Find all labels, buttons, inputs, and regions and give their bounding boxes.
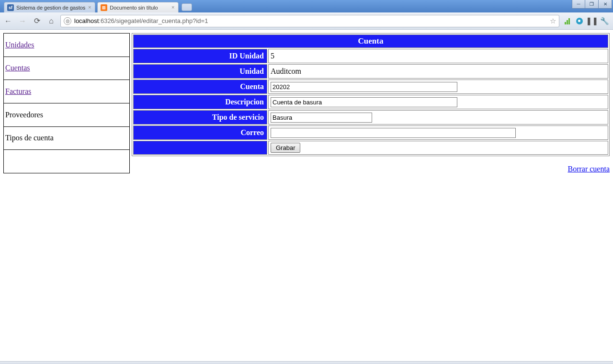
tab-strip: sf Sistema de gestion de gastos × ⊞ Docu…: [0, 0, 613, 12]
tab-title: Documento sin título: [110, 5, 158, 11]
value-unidad: Auditcom: [268, 64, 608, 79]
label-correo: Correo: [133, 125, 267, 140]
globe-icon: ◍: [64, 17, 71, 25]
favicon-icon: sf: [7, 4, 14, 11]
url-host: localhost: [74, 17, 99, 24]
settings-wrench-icon[interactable]: 🔧: [601, 17, 608, 25]
extension-sound-icon[interactable]: ❚❚: [588, 17, 596, 25]
form-header: Cuenta: [133, 34, 608, 48]
correo-input[interactable]: [271, 128, 516, 138]
sidebar-link[interactable]: Cuentas: [5, 64, 30, 72]
tipo-servicio-input[interactable]: [271, 113, 372, 123]
bookmark-star-icon[interactable]: ☆: [550, 17, 556, 25]
favicon-icon: ⊞: [101, 4, 107, 11]
url-path: :6326/sigegatel/editar_cuenta.php?id=1: [99, 17, 208, 24]
sidebar-label: Tipos de cuenta: [5, 134, 54, 142]
cuenta-form-table: Cuenta ID Unidad 5 Unidad Auditcom Cuent…: [132, 33, 610, 156]
sidebar-item-cuentas[interactable]: Cuentas: [4, 57, 130, 80]
cuenta-input[interactable]: [271, 82, 457, 92]
window-maximize-button[interactable]: ❐: [585, 0, 599, 9]
label-descripcion: Descripcion: [133, 95, 267, 109]
browser-toolbar: ← → ⟳ ⌂ ◍ localhost:6326/sigegatel/edita…: [0, 12, 613, 30]
sidebar-item-facturas[interactable]: Facturas: [4, 80, 130, 103]
sidebar-label: Proveedores: [5, 111, 43, 119]
forward-button[interactable]: →: [17, 16, 28, 26]
sidebar-item-unidades[interactable]: Unidades: [4, 34, 130, 57]
sidebar-item-proveedores[interactable]: Proveedores: [4, 103, 130, 126]
address-bar[interactable]: ◍ localhost:6326/sigegatel/editar_cuenta…: [60, 15, 559, 27]
label-id-unidad: ID Unidad: [133, 49, 267, 63]
sidebar-nav: Unidades Cuentas Facturas Proveedores Ti…: [3, 33, 130, 173]
extension-bars-icon[interactable]: [563, 17, 571, 25]
window-close-button[interactable]: ✕: [599, 0, 612, 9]
back-button[interactable]: ←: [3, 16, 13, 26]
close-tab-icon[interactable]: ×: [87, 4, 92, 10]
browser-tab-2[interactable]: ⊞ Documento sin título ×: [97, 2, 179, 12]
label-cuenta: Cuenta: [133, 80, 267, 94]
window-minimize-button[interactable]: ─: [572, 0, 585, 9]
home-button[interactable]: ⌂: [46, 16, 57, 26]
tab-title: Sistema de gestion de gastos: [16, 5, 85, 11]
browser-tab-1[interactable]: sf Sistema de gestion de gastos ×: [4, 2, 95, 12]
sidebar-link[interactable]: Facturas: [5, 87, 31, 95]
reload-button[interactable]: ⟳: [32, 16, 42, 26]
label-unidad: Unidad: [133, 64, 267, 79]
borrar-cuenta-link[interactable]: Borrar cuenta: [568, 165, 610, 173]
grabar-button[interactable]: [271, 143, 300, 153]
sidebar-item-empty: [4, 150, 130, 173]
extension-eye-icon[interactable]: [576, 17, 583, 25]
value-id-unidad: 5: [268, 49, 608, 63]
descripcion-input[interactable]: [271, 97, 457, 107]
label-empty: [133, 141, 267, 155]
label-tipo-servicio: Tipo de servicio: [133, 110, 267, 125]
sidebar-item-tipos-cuenta[interactable]: Tipos de cuenta: [4, 126, 130, 150]
new-tab-button[interactable]: [182, 3, 192, 11]
close-tab-icon[interactable]: ×: [170, 4, 176, 10]
sidebar-link[interactable]: Unidades: [5, 41, 34, 49]
